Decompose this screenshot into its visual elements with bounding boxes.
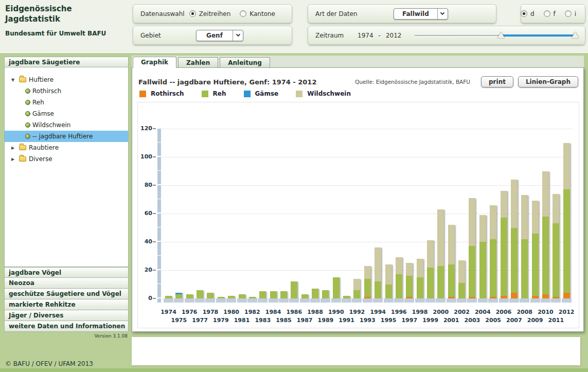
segment-reh: [322, 290, 329, 299]
bar-stack-1994: [375, 247, 381, 298]
bar-2001[interactable]: [447, 129, 456, 303]
sidebar-section-jagdbare-v-gel[interactable]: jagdbare Vögel: [4, 267, 129, 278]
bar-1994[interactable]: [373, 129, 383, 303]
datenauswahl-option-zeitreihen[interactable]: Zeitreihen: [189, 10, 231, 17]
bar-2003[interactable]: [467, 129, 477, 303]
bar-2007[interactable]: [509, 129, 519, 303]
bar-1989[interactable]: [320, 129, 330, 303]
language-option-f[interactable]: f: [544, 10, 556, 17]
segment-wildschwein: [448, 225, 455, 264]
radio-icon[interactable]: [521, 10, 527, 17]
tab-graphik[interactable]: Graphik: [133, 57, 176, 68]
bar-2008[interactable]: [520, 129, 529, 303]
chevron-down-icon[interactable]: [233, 30, 243, 41]
bar-1982[interactable]: [247, 129, 257, 303]
bar-stack-2002: [458, 260, 465, 298]
bar-2009[interactable]: [530, 129, 540, 303]
tree-item-rothirsch[interactable]: Rothirsch: [5, 85, 128, 97]
tree-item-wildschwein[interactable]: Wildschwein: [5, 119, 128, 131]
bar-2012[interactable]: [562, 129, 572, 303]
y-axis-tick: [153, 298, 156, 299]
tab-zahlen[interactable]: Zahlen: [178, 57, 218, 67]
slider-handle-right[interactable]: [572, 32, 579, 38]
line-graph-button[interactable]: Linien-Graph: [518, 76, 578, 87]
segment-reh: [490, 239, 496, 297]
bar-1991[interactable]: [342, 129, 351, 303]
bar-1990[interactable]: [331, 129, 341, 303]
bar-1975[interactable]: [174, 129, 184, 303]
tab-anleitung[interactable]: Anleitung: [220, 57, 270, 67]
bar-1987[interactable]: [300, 129, 310, 303]
bar-1979[interactable]: [216, 129, 226, 303]
bar-1996[interactable]: [394, 129, 404, 303]
tree-item-g-mse[interactable]: Gämse: [5, 108, 128, 119]
y-axis-tick: [153, 241, 156, 242]
bar-stack-1998: [417, 259, 423, 298]
copyright: © BAFU / OFEV / UFAM 2013: [5, 360, 93, 367]
bar-2011[interactable]: [551, 129, 561, 303]
datenauswahl-label: Kantone: [250, 10, 275, 17]
language-panel: dfi: [521, 4, 585, 23]
bar-1986[interactable]: [289, 129, 299, 303]
language-option-d[interactable]: d: [521, 10, 534, 17]
sidebar-section-markierte-rehkitze[interactable]: markierte Rehkitze: [4, 299, 129, 310]
gebiet-dropdown[interactable]: Genf: [196, 30, 243, 41]
tree-item-raubtiere[interactable]: ▶Raubtiere: [5, 142, 128, 153]
bar-1978[interactable]: [205, 129, 215, 303]
sidebar-section-weitere-daten-und-informationen[interactable]: weitere Daten und Informationen: [4, 321, 129, 332]
bar-2006[interactable]: [499, 129, 509, 303]
bar-1995[interactable]: [384, 129, 394, 303]
bar-1977[interactable]: [195, 129, 205, 303]
bar-pedestal: [216, 298, 226, 303]
art-der-daten-dropdown[interactable]: Fallwild: [394, 8, 448, 20]
bar-1976[interactable]: [185, 129, 194, 303]
slider-handle-left[interactable]: [497, 32, 505, 38]
print-button[interactable]: print: [481, 76, 513, 87]
collapse-icon[interactable]: ▼: [11, 78, 18, 82]
bar-2010[interactable]: [541, 129, 550, 303]
language-option-i[interactable]: i: [565, 10, 576, 17]
legend-swatch-reh: [202, 91, 208, 97]
bar-pedestal: [247, 298, 257, 303]
bar-2002[interactable]: [457, 129, 467, 303]
bar-1993[interactable]: [363, 129, 372, 303]
tree-item-huftiere[interactable]: ▼Huftiere: [5, 74, 128, 85]
tree-item-label: Diverse: [29, 155, 52, 163]
tree-item-jagdbare-huftiere[interactable]: -- jagdbare Huftiere: [5, 131, 128, 142]
bar-pedestal: [499, 298, 509, 303]
sidebar-section-neozoa[interactable]: Neozoa: [4, 278, 129, 289]
bar-1988[interactable]: [310, 129, 320, 303]
chevron-down-icon[interactable]: [437, 9, 448, 19]
zeitraum-separator: -: [379, 32, 381, 39]
bar-1983[interactable]: [258, 129, 268, 303]
bar-pedestal: [478, 298, 488, 303]
bar-2005[interactable]: [488, 129, 498, 303]
bar-1974[interactable]: [164, 129, 173, 303]
expand-icon[interactable]: ▶: [11, 157, 18, 162]
bar-1984[interactable]: [269, 129, 278, 303]
tree-item-reh[interactable]: Reh: [5, 97, 128, 108]
bar-1985[interactable]: [279, 129, 289, 303]
bar-1997[interactable]: [404, 129, 414, 303]
radio-icon[interactable]: [544, 10, 550, 17]
datenauswahl-option-kantone[interactable]: Kantone: [240, 10, 275, 17]
radio-icon[interactable]: [189, 10, 196, 17]
bar-2004[interactable]: [478, 129, 488, 303]
bar-1998[interactable]: [415, 129, 425, 303]
sidebar-section-j-ger-diverses[interactable]: Jäger / Diverses: [4, 310, 129, 321]
sidebar-section-active[interactable]: jagdbare Säugetiere: [4, 57, 129, 67]
segment-reh: [270, 291, 277, 298]
bar-1992[interactable]: [352, 129, 362, 303]
bar-1981[interactable]: [237, 129, 247, 303]
segment-reh: [427, 268, 434, 299]
tree-item-diverse[interactable]: ▶Diverse: [5, 153, 128, 165]
sidebar-section-gesch-tze-s-ugetiere-und-v-gel[interactable]: geschütze Säugetiere und Vögel: [4, 289, 129, 299]
zeitraum-slider[interactable]: [415, 30, 578, 41]
bar-1999[interactable]: [425, 129, 435, 303]
segment-reh: [448, 264, 455, 297]
bar-2000[interactable]: [436, 129, 446, 303]
radio-icon[interactable]: [240, 10, 246, 17]
bar-1980[interactable]: [226, 129, 236, 303]
radio-icon[interactable]: [565, 10, 572, 17]
expand-icon[interactable]: ▶: [11, 146, 18, 150]
